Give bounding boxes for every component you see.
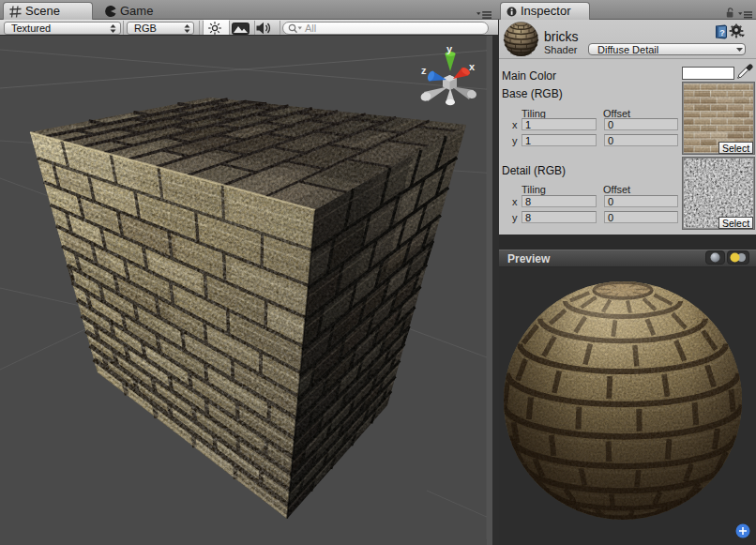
- svg-text:y: y: [446, 43, 453, 54]
- svg-text:?: ?: [719, 28, 725, 38]
- svg-text:x: x: [469, 61, 476, 72]
- svg-text:z: z: [421, 65, 427, 76]
